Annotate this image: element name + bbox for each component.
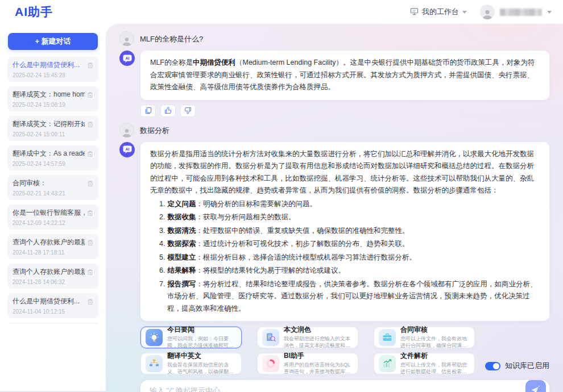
history-item[interactable]: 查询个人存款账户的最新... 2024-11-28 14:06:32 — [7, 264, 98, 289]
history-divider — [9, 323, 97, 323]
step-item: 3.数据清洗：处理数据中的错误、重复或缺失值，确保数据的准确性和完整性。 — [159, 225, 540, 237]
history-time: 2025-02-24 15:08:19 — [13, 102, 93, 108]
username-redacted[interactable] — [500, 9, 542, 16]
ai-message-card: 数据分析是指用适当的统计分析方法对收集来的大量数据进行分析，将它们加以汇总和理解… — [140, 142, 549, 322]
history-time: 2024-11-28 14:06:32 — [13, 279, 93, 285]
step-item: 2.数据收集：获取与分析问题相关的数据。 — [159, 211, 540, 224]
user-avatar — [119, 31, 134, 46]
trend-chart-icon — [379, 355, 396, 372]
chat-panel: MLF的全称是什么? AI MLF的全称是中期借贷便利（Medium-term … — [106, 24, 563, 392]
step-item: 6.结果解释：将模型的结果转化为易于理解的结论或建议。 — [159, 265, 540, 277]
document-polish-icon — [262, 329, 279, 346]
history-item[interactable]: 翻译成中文：As a reader... 2025-02-24 14:57:59 — [7, 145, 98, 170]
header-right: 我的工作台 — [410, 5, 552, 19]
card-bi-assistant[interactable]: BI助手 将用户的自然语言转化为SQL查询语句，并直接与数据库进行交互，返回智能… — [257, 353, 358, 374]
sidebar: + 新建对话 什么是中期借贷便利... 2025-02-24 15:45:28 … — [0, 24, 106, 392]
feature-area: 今日要闻 您可以问我，例如：今日要闻，我会尽力提供准确和可靠的答案。 本文润色 … — [140, 327, 549, 374]
chat-input[interactable] — [150, 386, 525, 392]
answer-intro: 数据分析是指用适当的统计分析方法对收集来的大量数据进行分析，将它们加以汇总和理解… — [150, 148, 540, 197]
app-logo: AI助手 — [15, 4, 53, 20]
feature-cards: 今日要闻 您可以问我，例如：今日要闻，我会尽力提供准确和可靠的答案。 本文润色 … — [140, 327, 475, 374]
card-translate[interactable]: 翻译中英文 我会旨在保留原始信息的含义、语气和风格，以确保翻译的准确性和自然流畅… — [140, 353, 242, 374]
message-input-bar — [140, 380, 549, 392]
workspace-label: 我的工作台 — [422, 7, 459, 17]
card-text-polish[interactable]: 本文润色 我会帮助您进行您输入的文本润色，提高文本的流畅度和表达效果。 — [257, 327, 358, 348]
step-item: 5.模型建立：根据分析目标，选择合适的统计模型或机器学习算法进行数据分析。 — [159, 252, 540, 264]
svg-text:AI: AI — [125, 56, 129, 60]
user-avatar[interactable] — [480, 5, 495, 19]
user-message-text: MLF的全称是什么? — [140, 31, 203, 44]
send-button[interactable] — [525, 380, 546, 392]
trash-icon[interactable] — [87, 121, 93, 128]
card-contract-review[interactable]: 合同审核 您可以上传文件，我会有效地进行合同审核，确保合同满足您的业务需求。 — [374, 327, 475, 348]
history-time: 2025-02-24 15:00:11 — [13, 131, 93, 137]
message-actions — [140, 105, 549, 117]
ai-message: AI 数据分析是指用适当的统计分析方法对收集来的大量数据进行分析，将它们加以汇总… — [119, 142, 549, 322]
answer-text: MLF的全称是 — [150, 59, 193, 66]
knowledge-toggle-row: 知识库已启用 — [485, 361, 549, 374]
translate-icon — [146, 355, 163, 372]
chevron-down-icon[interactable] — [547, 11, 552, 14]
ai-message: AI MLF的全称是中期借贷便利（Medium-term Lending Fac… — [119, 51, 549, 100]
trash-icon[interactable] — [87, 269, 93, 276]
history-time: 2025-02-24 15:45:28 — [13, 72, 93, 78]
body-row: + 新建对话 什么是中期借贷便利... 2025-02-24 15:45:28 … — [0, 24, 563, 392]
history-item[interactable]: 查询个人存款账户的最新... 2024-11-28 17:18:11 — [7, 234, 98, 259]
history-item[interactable]: 什么是中期借贷便利... 2025-02-24 15:45:28 — [7, 57, 98, 82]
lightbulb-icon — [146, 329, 163, 346]
history-item[interactable]: 翻译成英文：home home 2025-02-24 15:08:19 — [7, 86, 98, 111]
history-time: 2024-11-04 10:12:15 — [13, 308, 93, 315]
conversation-history: 什么是中期借贷便利... 2025-02-24 15:45:28 翻译成英文：h… — [0, 57, 106, 391]
monitor-icon — [410, 7, 419, 17]
answer-bold: 中期借贷便利 — [193, 59, 235, 66]
user-message-text: 数据分析 — [140, 123, 169, 136]
top-header: AI助手 我的工作台 — [0, 0, 563, 24]
ai-avatar: AI — [119, 51, 135, 66]
history-time: 2024-11-28 17:18:11 — [13, 249, 93, 256]
answer-steps: 1.定义问题：明确分析的目标和需要解决的问题。 2.数据收集：获取与分析问题相关… — [150, 198, 540, 315]
briefcase-icon — [379, 329, 396, 346]
history-item[interactable]: 翻译成英文：记得刚开始... 2025-02-24 15:00:11 — [7, 116, 98, 141]
trash-icon[interactable] — [87, 210, 93, 216]
step-item: 7.报告撰写：将分析过程、结果和结论整理成报告，供决策者参考。数据分析在各个领域… — [159, 278, 540, 315]
knowledge-base-toggle[interactable] — [485, 362, 500, 370]
history-time: 2024-12-09 14:22:12 — [13, 220, 93, 226]
history-item[interactable]: 你是一位银行智能客服，... 2024-12-09 14:22:12 — [7, 205, 98, 230]
history-item[interactable]: 什么是中期借贷便利... 2024-11-04 10:12:15 — [7, 293, 98, 318]
workspace-menu[interactable]: 我的工作台 — [410, 7, 467, 17]
user-message: 数据分析 — [119, 123, 549, 137]
card-today-news[interactable]: 今日要闻 您可以问我，例如：今日要闻，我会尽力提供准确和可靠的答案。 — [140, 327, 242, 348]
thumbs-down-button[interactable] — [180, 105, 196, 117]
svg-text:AI: AI — [125, 147, 129, 151]
step-item: 1.定义问题：明确分析的目标和需要解决的问题。 — [159, 198, 540, 211]
new-chat-button[interactable]: + 新建对话 — [8, 33, 98, 50]
thumbs-up-button[interactable] — [160, 105, 176, 117]
history-time: 2025-02-21 14:43:21 — [13, 190, 93, 197]
history-item[interactable]: 合同审核： 2025-02-21 14:43:21 — [7, 175, 98, 200]
app-window: AI助手 我的工作台 + 新建对话 什么是中期借贷便利... — [0, 0, 563, 392]
history-time: 2025-02-24 14:57:59 — [13, 161, 93, 167]
trash-icon[interactable] — [87, 62, 93, 69]
trash-icon[interactable] — [87, 91, 93, 98]
user-avatar — [119, 123, 134, 137]
user-message: MLF的全称是什么? — [119, 31, 549, 46]
trash-icon[interactable] — [87, 239, 93, 246]
trash-icon[interactable] — [87, 151, 93, 157]
step-item: 4.数据探索：通过统计分析和可视化技术，初步了解数据的分布、趋势和关联。 — [159, 238, 540, 251]
knowledge-toggle-label: 知识库已启用 — [505, 361, 549, 371]
donut-chart-icon — [262, 355, 279, 372]
trash-icon[interactable] — [87, 298, 93, 305]
trash-icon[interactable] — [87, 180, 93, 187]
toggle-knob — [493, 363, 499, 369]
copy-button[interactable] — [140, 105, 156, 117]
ai-avatar: AI — [119, 142, 135, 157]
card-file-parse[interactable]: 文件解析 您可以上传文件，我将帮助您进行如数据处理、信息检索、自动化办公等。 — [374, 353, 475, 374]
chevron-down-icon — [462, 11, 467, 14]
ai-message-card: MLF的全称是中期借贷便利（Medium-term Lending Facili… — [140, 51, 549, 100]
